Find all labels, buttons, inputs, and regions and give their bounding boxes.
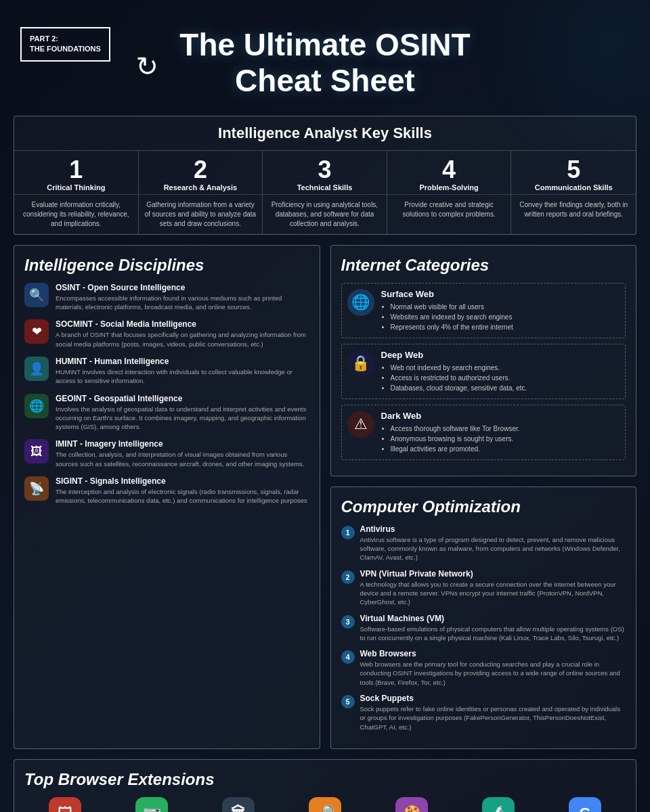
ext-item: 📷 ExifViewer — [111, 797, 192, 812]
internet-bullets: Access thorough software like Tor Browse… — [381, 424, 520, 454]
key-skills-title: Intelligence Analyst Key Skills — [14, 116, 636, 151]
internet-list: 🌐 Surface Web Normal web visible for all… — [341, 283, 626, 460]
browser-extensions-box: Top Browser Extensions 🛡 uBlockOrigin 📷 … — [14, 759, 636, 812]
intel-title: Intelligence Disciplines — [24, 256, 309, 283]
skill-number: 3 — [268, 158, 381, 182]
internet-bullet: Represents only 4% of the entire interne… — [391, 322, 513, 332]
skill-desc: Proficiency in using analytical tools, d… — [263, 195, 387, 234]
discipline-text: GEOINT - Geospatial Intelligence Involve… — [56, 394, 309, 432]
opt-title: VPN (Virtual Private Network) — [360, 569, 626, 579]
opt-item: 2 VPN (Virtual Private Network) A techno… — [341, 569, 626, 607]
page-wrapper: PART 2: THE FOUNDATIONS ↺ The Ultimate O… — [0, 0, 650, 812]
internet-bullet: Websites are indexed by search engines — [391, 312, 513, 322]
opt-content: Sock Puppets Sock puppets refer to fake … — [360, 694, 626, 731]
internet-bullets: Web not indexed by search engines.Access… — [381, 363, 527, 393]
discipline-desc: The collection, analysis, and interpreta… — [56, 450, 309, 468]
discipline-text: SOCMINT - Social Media Intelligence A br… — [56, 319, 309, 348]
internet-categories-box: Internet Categories 🌐 Surface Web Normal… — [330, 245, 637, 476]
opt-desc: Software-based emulations of physical co… — [360, 625, 626, 643]
skill-number-row: 2 Research & Analysis — [139, 151, 263, 195]
opt-title: Web Browsers — [360, 649, 626, 658]
disciplines-list: 🔍 OSINT - Open Source Intelligence Encom… — [24, 283, 309, 505]
skill-desc: Evaluate information critically, conside… — [14, 195, 138, 234]
discipline-desc: Encompasses accessible information found… — [56, 294, 309, 312]
discipline-icon: 👤 — [24, 357, 49, 381]
skill-number-row: 5 Communication Skills — [511, 151, 636, 195]
ext-item: 🛡 uBlockOrigin — [24, 797, 106, 812]
skill-col: 2 Research & Analysis Gathering informat… — [139, 151, 263, 234]
internet-content: Deep Web Web not indexed by search engin… — [381, 350, 527, 393]
skill-name: Critical Thinking — [20, 183, 133, 191]
right-col: Internet Categories 🌐 Surface Web Normal… — [330, 245, 637, 749]
discipline-icon: 🌐 — [24, 394, 49, 418]
discipline-text: OSINT - Open Source Intelligence Encompa… — [56, 283, 309, 312]
discipline-icon: ❤ — [24, 319, 49, 344]
discipline-desc: HUMINT involves direct interaction with … — [56, 367, 309, 386]
skill-col: 3 Technical Skills Proficiency in using … — [263, 151, 387, 234]
opt-list: 1 Antivirus Antivirus software is a type… — [341, 524, 626, 731]
ext-icon: 🍪 — [395, 797, 428, 812]
opt-number: 3 — [341, 615, 355, 629]
opt-item: 4 Web Browsers Web browsers are the prim… — [341, 649, 626, 687]
opt-content: VPN (Virtual Private Network) A technolo… — [360, 569, 626, 607]
skill-number-row: 4 Problem-Solving — [387, 151, 511, 195]
discipline-icon: 📡 — [24, 476, 49, 501]
discipline-title: HUMINT - Human Intelligence — [56, 357, 309, 366]
opt-item: 3 Virtual Machines (VM) Software-based e… — [341, 614, 626, 643]
opt-title: Virtual Machines (VM) — [360, 614, 626, 623]
skill-col: 1 Critical Thinking Evaluate information… — [14, 151, 139, 234]
internet-item: 🌐 Surface Web Normal web visible for all… — [341, 283, 626, 338]
skill-desc: Convey their findings clearly, both in w… — [511, 195, 636, 225]
ext-icon: 📷 — [135, 797, 168, 812]
internet-bullet: Databases, cloud storage, sensitive data… — [391, 383, 527, 393]
extensions-row1: 🛡 uBlockOrigin 📷 ExifViewer 🏛 WaybackMac… — [24, 797, 626, 812]
discipline-title: SIGINT - Signals Intelligence — [56, 476, 309, 486]
internet-content: Dark Web Access thorough software like T… — [381, 411, 520, 454]
internet-item: ⚠ Dark Web Access thorough software like… — [341, 405, 626, 460]
skill-name: Research & Analysis — [144, 183, 257, 191]
skill-desc: Provide creative and strategic solutions… — [387, 195, 511, 225]
discipline-icon: 🔍 — [24, 283, 49, 307]
opt-content: Antivirus Antivirus software is a type o… — [360, 524, 626, 562]
opt-number: 1 — [341, 526, 355, 539]
discipline-item: 📡 SIGINT - Signals Intelligence The inte… — [24, 476, 309, 505]
skill-number-row: 1 Critical Thinking — [14, 151, 138, 195]
opt-content: Web Browsers Web browsers are the primar… — [360, 649, 626, 687]
skill-name: Communication Skills — [517, 183, 630, 191]
internet-bullets: Normal web visible for all usersWebsites… — [381, 302, 513, 332]
skill-name: Problem-Solving — [393, 183, 506, 191]
internet-bullet: Access is restricted to authorized users… — [391, 373, 527, 383]
skill-col: 5 Communication Skills Convey their find… — [511, 151, 636, 234]
opt-desc: Sock puppets refer to fake online identi… — [360, 704, 626, 731]
discipline-icon: 🖼 — [24, 439, 49, 464]
intel-disciplines-box: Intelligence Disciplines 🔍 OSINT - Open … — [14, 245, 320, 749]
ext-icon: 🔎 — [309, 797, 341, 812]
internet-bullet: Access thorough software like Tor Browse… — [391, 424, 520, 434]
ext-item: 🔬 ForensicOSINT — [458, 797, 539, 812]
internet-icon: 🔒 — [347, 350, 374, 377]
ext-icon: 🔬 — [482, 797, 515, 812]
skill-name: Technical Skills — [268, 183, 381, 191]
internet-bullet: Anonymous browsing is sought by users. — [391, 434, 520, 444]
discipline-desc: A branch of OSINT that focuses specifica… — [56, 330, 309, 348]
discipline-desc: The interception and analysis of electro… — [56, 487, 309, 505]
opt-item: 5 Sock Puppets Sock puppets refer to fak… — [341, 694, 626, 731]
computer-optimization-box: Computer Optimization 1 Antivirus Antivi… — [330, 487, 637, 749]
opt-item: 1 Antivirus Antivirus software is a type… — [341, 524, 626, 562]
ext-icon: 🏛 — [222, 797, 255, 812]
ext-item: G GoogleTranslate — [544, 797, 626, 812]
opt-desc: A technology that allows you to create a… — [360, 580, 626, 607]
opt-desc: Web browsers are the primary tool for co… — [360, 660, 626, 687]
discipline-item: ❤ SOCMINT - Social Media Intelligence A … — [24, 319, 309, 348]
internet-icon: 🌐 — [347, 289, 374, 316]
computer-title: Computer Optimization — [341, 497, 626, 524]
skill-number: 1 — [20, 158, 133, 182]
discipline-title: OSINT - Open Source Intelligence — [56, 283, 309, 292]
ext-item: 🍪 CookieAutoDelete — [371, 797, 452, 812]
discipline-desc: Involves the analysis of geospatial data… — [56, 405, 309, 432]
browser-title: Top Browser Extensions — [24, 770, 626, 797]
ext-item: 🏛 WaybackMachine — [198, 797, 279, 812]
discipline-text: HUMINT - Human Intelligence HUMINT invol… — [56, 357, 309, 386]
discipline-text: SIGINT - Signals Intelligence The interc… — [56, 476, 309, 505]
skill-number: 5 — [517, 158, 630, 182]
